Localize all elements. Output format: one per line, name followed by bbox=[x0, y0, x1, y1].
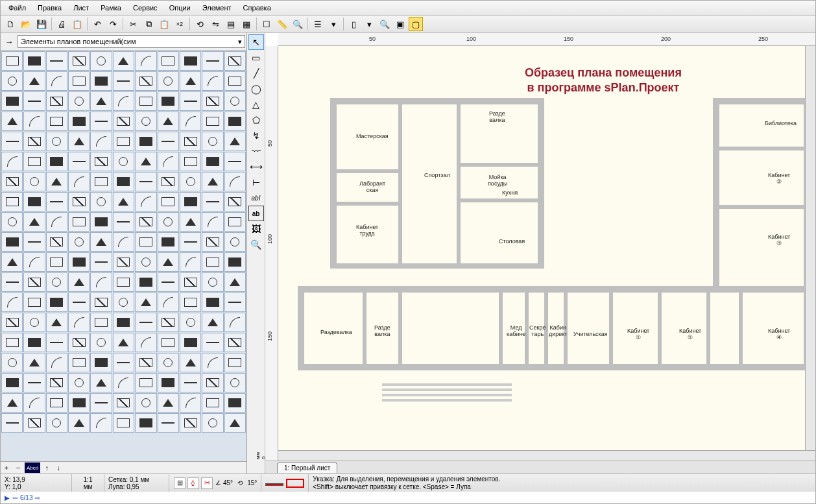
page-icon[interactable]: ▯ bbox=[346, 17, 361, 31]
library-symbol[interactable] bbox=[180, 353, 201, 372]
library-symbol[interactable] bbox=[46, 353, 67, 372]
library-symbol[interactable] bbox=[46, 333, 67, 352]
library-symbol[interactable] bbox=[202, 232, 223, 252]
library-symbol[interactable] bbox=[23, 71, 45, 91]
library-symbol[interactable] bbox=[202, 272, 223, 292]
line-tool-icon[interactable]: ╱ bbox=[248, 66, 264, 81]
library-symbol[interactable] bbox=[224, 393, 246, 413]
library-symbol[interactable] bbox=[46, 192, 67, 211]
group-icon[interactable]: ▦ bbox=[239, 17, 254, 31]
library-symbol[interactable] bbox=[202, 212, 223, 232]
lib-remove-icon[interactable]: − bbox=[13, 462, 23, 473]
rect-tool-icon[interactable]: ▭ bbox=[248, 50, 264, 66]
library-combo[interactable]: Элементы планов помещений(сим ▾ bbox=[18, 35, 245, 48]
library-symbol[interactable] bbox=[180, 252, 201, 272]
library-symbol[interactable] bbox=[135, 293, 156, 312]
library-symbol[interactable] bbox=[224, 333, 246, 352]
library-symbol[interactable] bbox=[135, 132, 156, 151]
library-symbol[interactable] bbox=[68, 373, 90, 392]
library-symbol[interactable] bbox=[90, 333, 112, 352]
library-symbol[interactable] bbox=[68, 232, 90, 252]
library-symbol[interactable] bbox=[46, 313, 67, 332]
library-symbol[interactable] bbox=[1, 212, 23, 232]
library-symbol[interactable] bbox=[224, 353, 246, 372]
library-symbol[interactable] bbox=[224, 51, 246, 71]
library-symbol[interactable] bbox=[68, 71, 90, 91]
library-symbol[interactable] bbox=[158, 293, 179, 312]
library-symbol[interactable] bbox=[1, 413, 23, 433]
dimension-tool-icon[interactable]: ⟷ bbox=[248, 159, 264, 174]
library-symbol[interactable] bbox=[135, 71, 156, 91]
sheet-tab-1[interactable]: 1: Первый лист bbox=[277, 462, 337, 473]
library-symbol[interactable] bbox=[135, 51, 156, 71]
library-symbol[interactable] bbox=[23, 152, 45, 171]
library-symbol[interactable] bbox=[180, 51, 201, 71]
library-symbol[interactable] bbox=[113, 192, 134, 211]
dd2-icon[interactable]: ▾ bbox=[362, 17, 376, 31]
library-symbol[interactable] bbox=[135, 232, 156, 252]
mirror-icon[interactable]: ⇋ bbox=[208, 17, 222, 31]
vertical-scrollbar[interactable] bbox=[805, 46, 815, 450]
library-symbol[interactable] bbox=[202, 112, 223, 131]
library-symbol[interactable] bbox=[158, 132, 179, 151]
library-symbol[interactable] bbox=[202, 333, 223, 352]
library-symbol[interactable] bbox=[135, 112, 156, 131]
library-symbol[interactable] bbox=[158, 413, 179, 433]
library-symbol[interactable] bbox=[135, 313, 156, 332]
library-symbol[interactable] bbox=[90, 112, 112, 131]
ruler-icon[interactable]: 📏 bbox=[275, 17, 289, 31]
library-symbol[interactable] bbox=[90, 272, 112, 292]
library-symbol[interactable] bbox=[202, 172, 223, 191]
nav-prev-icon[interactable]: ⇦ bbox=[12, 494, 18, 501]
library-symbol[interactable] bbox=[224, 272, 246, 292]
nav-first-icon[interactable]: ▶ bbox=[5, 494, 10, 501]
library-symbol[interactable] bbox=[23, 252, 45, 272]
library-symbol[interactable] bbox=[180, 313, 201, 332]
library-symbol[interactable] bbox=[158, 232, 179, 252]
lib-arrow-icon[interactable]: → bbox=[2, 34, 16, 49]
library-symbol[interactable] bbox=[113, 333, 134, 352]
library-symbol[interactable] bbox=[224, 373, 246, 392]
library-symbol[interactable] bbox=[90, 152, 112, 171]
ellipse-tool-icon[interactable]: ◯ bbox=[248, 81, 264, 97]
library-symbol[interactable] bbox=[68, 393, 90, 413]
library-symbol[interactable] bbox=[68, 112, 90, 131]
format-icon[interactable]: 📋 bbox=[70, 17, 84, 31]
library-symbol[interactable] bbox=[68, 333, 90, 352]
library-symbol[interactable] bbox=[46, 393, 67, 413]
library-symbol[interactable] bbox=[158, 112, 179, 131]
library-symbol[interactable] bbox=[46, 413, 67, 433]
library-symbol[interactable] bbox=[202, 413, 223, 433]
library-symbol[interactable] bbox=[23, 172, 45, 191]
library-symbol[interactable] bbox=[180, 112, 201, 131]
library-symbol[interactable] bbox=[46, 91, 67, 111]
image-tool-icon[interactable]: 🖼 bbox=[248, 221, 264, 237]
library-symbol[interactable] bbox=[113, 112, 134, 131]
copy-icon[interactable]: ⧉ bbox=[141, 17, 156, 31]
library-symbol[interactable] bbox=[23, 51, 45, 71]
menu-sheet[interactable]: Лист bbox=[68, 2, 94, 14]
library-symbol[interactable] bbox=[68, 313, 90, 332]
library-symbol[interactable] bbox=[158, 252, 179, 272]
library-symbol[interactable] bbox=[90, 393, 112, 413]
library-symbol[interactable] bbox=[224, 413, 246, 433]
rotate-icon[interactable]: ⟲ bbox=[193, 17, 207, 31]
library-symbol[interactable] bbox=[180, 212, 201, 232]
list-icon[interactable]: ☰ bbox=[311, 17, 325, 31]
menu-help[interactable]: Справка bbox=[238, 2, 276, 14]
lib-down-icon[interactable]: ↓ bbox=[53, 462, 64, 473]
library-symbol[interactable] bbox=[68, 192, 90, 211]
menu-service[interactable]: Сервис bbox=[128, 2, 163, 14]
library-symbol[interactable] bbox=[135, 152, 156, 171]
library-symbol[interactable] bbox=[113, 252, 134, 272]
menu-edit[interactable]: Правка bbox=[32, 2, 67, 14]
library-symbol[interactable] bbox=[158, 333, 179, 352]
menu-options[interactable]: Опции bbox=[164, 2, 196, 14]
library-symbol[interactable] bbox=[46, 272, 67, 292]
library-symbol[interactable] bbox=[90, 413, 112, 433]
bezier-tool-icon[interactable]: 〰 bbox=[248, 143, 264, 159]
library-symbol[interactable] bbox=[158, 172, 179, 191]
library-symbol[interactable] bbox=[224, 212, 246, 232]
library-symbol[interactable] bbox=[202, 313, 223, 332]
library-symbol[interactable] bbox=[202, 373, 223, 392]
